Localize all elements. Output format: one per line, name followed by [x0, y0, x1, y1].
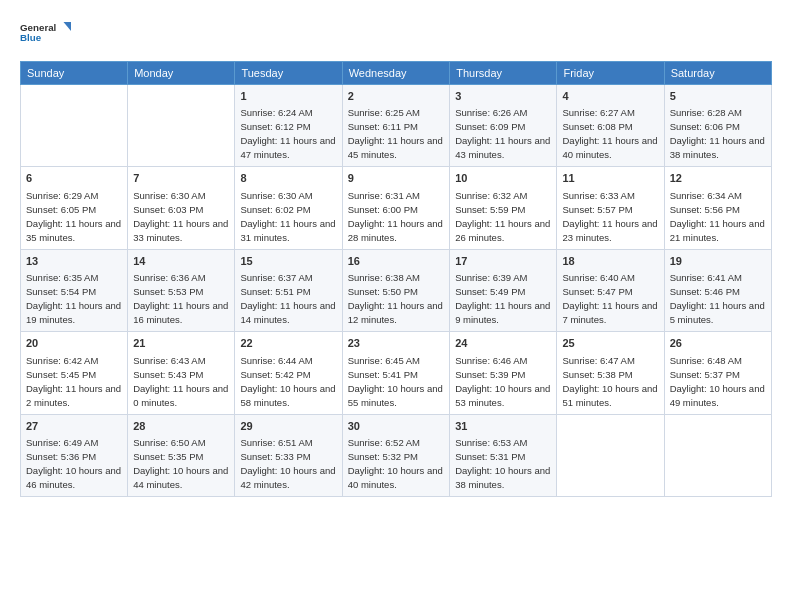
week-row-2: 13Sunrise: 6:35 AM Sunset: 5:54 PM Dayli…	[21, 249, 772, 331]
calendar-cell: 6Sunrise: 6:29 AM Sunset: 6:05 PM Daylig…	[21, 167, 128, 249]
calendar-cell	[557, 414, 664, 496]
day-number: 6	[26, 171, 122, 186]
day-info: Sunrise: 6:40 AM Sunset: 5:47 PM Dayligh…	[562, 272, 657, 325]
day-number: 9	[348, 171, 444, 186]
day-info: Sunrise: 6:41 AM Sunset: 5:46 PM Dayligh…	[670, 272, 765, 325]
day-number: 22	[240, 336, 336, 351]
svg-text:General: General	[20, 22, 57, 33]
day-info: Sunrise: 6:43 AM Sunset: 5:43 PM Dayligh…	[133, 355, 228, 408]
svg-marker-2	[64, 22, 72, 31]
day-info: Sunrise: 6:32 AM Sunset: 5:59 PM Dayligh…	[455, 190, 550, 243]
day-info: Sunrise: 6:42 AM Sunset: 5:45 PM Dayligh…	[26, 355, 121, 408]
day-info: Sunrise: 6:50 AM Sunset: 5:35 PM Dayligh…	[133, 437, 228, 490]
day-number: 7	[133, 171, 229, 186]
page: GeneralBlue SundayMondayTuesdayWednesday…	[0, 0, 792, 507]
day-info: Sunrise: 6:47 AM Sunset: 5:38 PM Dayligh…	[562, 355, 657, 408]
day-number: 19	[670, 254, 766, 269]
day-info: Sunrise: 6:34 AM Sunset: 5:56 PM Dayligh…	[670, 190, 765, 243]
day-info: Sunrise: 6:36 AM Sunset: 5:53 PM Dayligh…	[133, 272, 228, 325]
calendar-cell: 17Sunrise: 6:39 AM Sunset: 5:49 PM Dayli…	[450, 249, 557, 331]
day-number: 4	[562, 89, 658, 104]
calendar-cell: 11Sunrise: 6:33 AM Sunset: 5:57 PM Dayli…	[557, 167, 664, 249]
week-row-4: 27Sunrise: 6:49 AM Sunset: 5:36 PM Dayli…	[21, 414, 772, 496]
day-info: Sunrise: 6:26 AM Sunset: 6:09 PM Dayligh…	[455, 107, 550, 160]
day-info: Sunrise: 6:45 AM Sunset: 5:41 PM Dayligh…	[348, 355, 443, 408]
day-info: Sunrise: 6:38 AM Sunset: 5:50 PM Dayligh…	[348, 272, 443, 325]
weekday-header-thursday: Thursday	[450, 62, 557, 85]
weekday-header-tuesday: Tuesday	[235, 62, 342, 85]
logo-svg: GeneralBlue	[20, 16, 80, 51]
calendar-cell: 22Sunrise: 6:44 AM Sunset: 5:42 PM Dayli…	[235, 332, 342, 414]
calendar-cell: 8Sunrise: 6:30 AM Sunset: 6:02 PM Daylig…	[235, 167, 342, 249]
day-info: Sunrise: 6:30 AM Sunset: 6:02 PM Dayligh…	[240, 190, 335, 243]
calendar-cell: 31Sunrise: 6:53 AM Sunset: 5:31 PM Dayli…	[450, 414, 557, 496]
calendar-cell: 26Sunrise: 6:48 AM Sunset: 5:37 PM Dayli…	[664, 332, 771, 414]
weekday-header-monday: Monday	[128, 62, 235, 85]
day-info: Sunrise: 6:24 AM Sunset: 6:12 PM Dayligh…	[240, 107, 335, 160]
day-number: 13	[26, 254, 122, 269]
day-number: 27	[26, 419, 122, 434]
day-number: 8	[240, 171, 336, 186]
calendar: SundayMondayTuesdayWednesdayThursdayFrid…	[20, 61, 772, 497]
weekday-header-friday: Friday	[557, 62, 664, 85]
calendar-cell: 23Sunrise: 6:45 AM Sunset: 5:41 PM Dayli…	[342, 332, 449, 414]
day-info: Sunrise: 6:30 AM Sunset: 6:03 PM Dayligh…	[133, 190, 228, 243]
day-number: 28	[133, 419, 229, 434]
day-info: Sunrise: 6:31 AM Sunset: 6:00 PM Dayligh…	[348, 190, 443, 243]
day-number: 26	[670, 336, 766, 351]
day-number: 5	[670, 89, 766, 104]
day-number: 29	[240, 419, 336, 434]
calendar-cell: 5Sunrise: 6:28 AM Sunset: 6:06 PM Daylig…	[664, 85, 771, 167]
day-info: Sunrise: 6:27 AM Sunset: 6:08 PM Dayligh…	[562, 107, 657, 160]
calendar-cell: 28Sunrise: 6:50 AM Sunset: 5:35 PM Dayli…	[128, 414, 235, 496]
day-info: Sunrise: 6:28 AM Sunset: 6:06 PM Dayligh…	[670, 107, 765, 160]
calendar-cell: 2Sunrise: 6:25 AM Sunset: 6:11 PM Daylig…	[342, 85, 449, 167]
calendar-cell: 14Sunrise: 6:36 AM Sunset: 5:53 PM Dayli…	[128, 249, 235, 331]
calendar-cell: 12Sunrise: 6:34 AM Sunset: 5:56 PM Dayli…	[664, 167, 771, 249]
day-info: Sunrise: 6:25 AM Sunset: 6:11 PM Dayligh…	[348, 107, 443, 160]
calendar-cell: 3Sunrise: 6:26 AM Sunset: 6:09 PM Daylig…	[450, 85, 557, 167]
day-number: 25	[562, 336, 658, 351]
day-info: Sunrise: 6:53 AM Sunset: 5:31 PM Dayligh…	[455, 437, 550, 490]
calendar-cell	[21, 85, 128, 167]
day-number: 20	[26, 336, 122, 351]
day-number: 2	[348, 89, 444, 104]
weekday-header-row: SundayMondayTuesdayWednesdayThursdayFrid…	[21, 62, 772, 85]
day-number: 24	[455, 336, 551, 351]
day-number: 3	[455, 89, 551, 104]
calendar-cell: 21Sunrise: 6:43 AM Sunset: 5:43 PM Dayli…	[128, 332, 235, 414]
day-info: Sunrise: 6:37 AM Sunset: 5:51 PM Dayligh…	[240, 272, 335, 325]
svg-text:Blue: Blue	[20, 32, 42, 43]
calendar-cell: 7Sunrise: 6:30 AM Sunset: 6:03 PM Daylig…	[128, 167, 235, 249]
day-info: Sunrise: 6:39 AM Sunset: 5:49 PM Dayligh…	[455, 272, 550, 325]
day-info: Sunrise: 6:33 AM Sunset: 5:57 PM Dayligh…	[562, 190, 657, 243]
calendar-cell: 29Sunrise: 6:51 AM Sunset: 5:33 PM Dayli…	[235, 414, 342, 496]
day-number: 15	[240, 254, 336, 269]
weekday-header-saturday: Saturday	[664, 62, 771, 85]
day-number: 18	[562, 254, 658, 269]
calendar-cell: 13Sunrise: 6:35 AM Sunset: 5:54 PM Dayli…	[21, 249, 128, 331]
logo: GeneralBlue	[20, 16, 80, 51]
day-info: Sunrise: 6:49 AM Sunset: 5:36 PM Dayligh…	[26, 437, 121, 490]
day-number: 1	[240, 89, 336, 104]
calendar-cell: 30Sunrise: 6:52 AM Sunset: 5:32 PM Dayli…	[342, 414, 449, 496]
day-number: 12	[670, 171, 766, 186]
week-row-1: 6Sunrise: 6:29 AM Sunset: 6:05 PM Daylig…	[21, 167, 772, 249]
calendar-cell: 24Sunrise: 6:46 AM Sunset: 5:39 PM Dayli…	[450, 332, 557, 414]
calendar-cell: 25Sunrise: 6:47 AM Sunset: 5:38 PM Dayli…	[557, 332, 664, 414]
day-number: 21	[133, 336, 229, 351]
day-number: 31	[455, 419, 551, 434]
day-number: 17	[455, 254, 551, 269]
calendar-cell: 15Sunrise: 6:37 AM Sunset: 5:51 PM Dayli…	[235, 249, 342, 331]
weekday-header-sunday: Sunday	[21, 62, 128, 85]
day-info: Sunrise: 6:35 AM Sunset: 5:54 PM Dayligh…	[26, 272, 121, 325]
week-row-0: 1Sunrise: 6:24 AM Sunset: 6:12 PM Daylig…	[21, 85, 772, 167]
day-info: Sunrise: 6:48 AM Sunset: 5:37 PM Dayligh…	[670, 355, 765, 408]
day-info: Sunrise: 6:51 AM Sunset: 5:33 PM Dayligh…	[240, 437, 335, 490]
day-number: 16	[348, 254, 444, 269]
calendar-cell	[664, 414, 771, 496]
calendar-cell: 4Sunrise: 6:27 AM Sunset: 6:08 PM Daylig…	[557, 85, 664, 167]
day-number: 10	[455, 171, 551, 186]
calendar-cell: 1Sunrise: 6:24 AM Sunset: 6:12 PM Daylig…	[235, 85, 342, 167]
weekday-header-wednesday: Wednesday	[342, 62, 449, 85]
